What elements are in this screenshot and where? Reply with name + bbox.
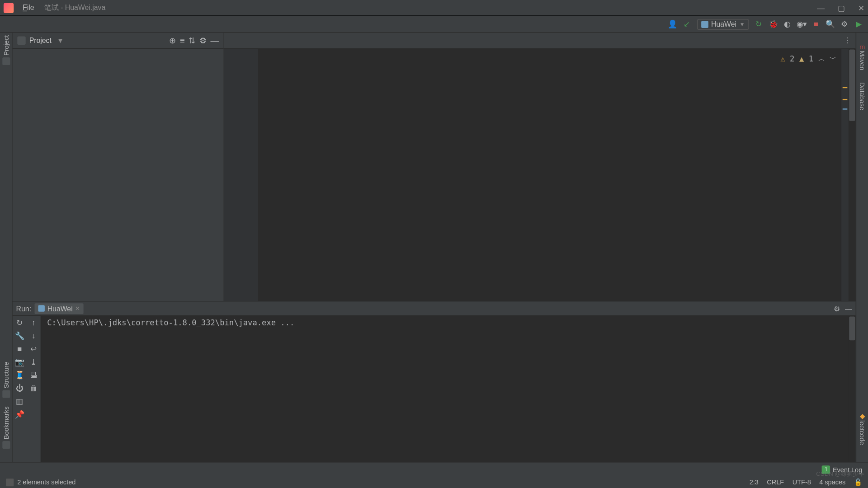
status-bar: 2 elements selected 2:3 CRLF UTF-8 4 spa…: [0, 476, 868, 488]
run-panel: Run: HuaWei ✕ ⚙ — ↻ 🔧 ■: [13, 301, 856, 462]
menu-file[interactable]: File: [19, 2, 38, 13]
project-title: Project: [29, 36, 52, 44]
inspection-summary[interactable]: ⚠2 ▲1 ︿ ﹀: [780, 52, 836, 66]
window-title: 笔试 - HuaWei.java: [44, 3, 105, 13]
bottom-tool-bar: 1 Event Log: [0, 462, 868, 476]
minimize-button[interactable]: —: [817, 3, 825, 12]
prev-highlight-icon[interactable]: ︿: [818, 52, 825, 66]
collapse-all-icon[interactable]: ⇅: [189, 36, 196, 45]
close-icon[interactable]: ✕: [75, 305, 80, 312]
tool-maven[interactable]: mMaven: [859, 43, 866, 70]
toolbar: 👤 ↙ HuaWei ▼ ↻ 🐞 ◐ ◉▾ ■ 🔍 ⚙ ▶: [0, 16, 868, 33]
coverage-icon[interactable]: ◐: [783, 20, 792, 29]
dump-threads-icon[interactable]: 🧵: [15, 371, 24, 380]
chevron-down-icon: ▼: [740, 21, 745, 27]
right-tool-strip: mMaven Database ◆leetcode: [856, 33, 868, 462]
debug-icon[interactable]: 🐞: [769, 20, 778, 29]
editor-tabs: ⋮: [224, 33, 856, 49]
tool-project[interactable]: Project: [2, 35, 10, 65]
gear-icon[interactable]: ⚙: [834, 304, 840, 312]
search-icon[interactable]: 🔍: [826, 20, 835, 29]
editor-tabs-menu[interactable]: ⋮: [839, 33, 856, 48]
add-user-icon[interactable]: 👤: [668, 20, 677, 29]
tool-structure[interactable]: Structure: [2, 362, 10, 398]
caret-position[interactable]: 2:3: [750, 479, 759, 486]
scroll-end-icon[interactable]: ⤓: [29, 357, 38, 366]
status-message: 2 elements selected: [17, 479, 75, 486]
stop-icon[interactable]: ■: [15, 344, 24, 353]
up-icon[interactable]: ↑: [29, 318, 38, 327]
sync-icon[interactable]: ↙: [683, 20, 692, 29]
expand-all-icon[interactable]: ≡: [180, 36, 185, 45]
line-sep[interactable]: CRLF: [767, 479, 784, 486]
weak-warning-icon: ▲: [799, 52, 804, 66]
project-view-icon: [17, 36, 25, 44]
settings-icon[interactable]: ⚙: [840, 20, 849, 29]
csdn-watermark: CSDN @雄狮少年: [816, 469, 864, 478]
down-icon[interactable]: ↓: [29, 331, 38, 340]
hide-icon[interactable]: —: [845, 304, 852, 312]
print-icon[interactable]: 🖶: [29, 371, 38, 380]
layout-icon[interactable]: ▥: [15, 397, 24, 406]
clear-icon[interactable]: 🗑: [29, 384, 38, 393]
file-encoding[interactable]: UTF-8: [793, 479, 811, 486]
project-tree[interactable]: [13, 49, 224, 301]
camera-icon[interactable]: 📷: [15, 357, 24, 366]
run-tab-icon: [38, 305, 45, 312]
run-config-icon: [701, 21, 708, 28]
run-icon[interactable]: ↻: [755, 20, 764, 29]
next-highlight-icon[interactable]: ﹀: [830, 52, 836, 66]
gear-icon[interactable]: ⚙: [199, 36, 207, 45]
warning-icon: ⚠: [780, 52, 785, 66]
chevron-down-icon[interactable]: ▼: [57, 36, 64, 44]
project-panel: Project ▼ ⊕ ≡ ⇅ ⚙ —: [13, 33, 224, 301]
run-gutter: ↻ 🔧 ■ 📷 🧵 ⏻ ▥ 📌 ↑ ↓ ↩: [13, 316, 41, 462]
status-icon[interactable]: [6, 478, 14, 486]
hide-icon[interactable]: —: [211, 36, 219, 45]
locate-file-icon[interactable]: ⊕: [169, 36, 176, 45]
stop-icon[interactable]: ■: [811, 20, 821, 29]
indent-info[interactable]: 4 spaces: [819, 479, 845, 486]
close-button[interactable]: ✕: [858, 3, 865, 12]
editor-code[interactable]: ⚠2 ▲1 ︿ ﹀: [259, 49, 840, 301]
run-panel-title: Run:: [16, 304, 31, 312]
app-icon: [4, 3, 14, 13]
editor-gutter[interactable]: [224, 49, 259, 301]
menubar: File 笔试 - HuaWei.java — ▢ ✕: [0, 0, 868, 16]
run-output[interactable]: C:\Users\HP\.jdks\corretto-1.8.0_332\bin…: [41, 316, 849, 462]
play-icon[interactable]: ▶: [854, 20, 863, 29]
editor: ⋮ ⚠2 ▲1 ︿ ﹀: [224, 33, 856, 301]
wrench-icon[interactable]: 🔧: [15, 331, 24, 340]
error-stripe[interactable]: [841, 49, 849, 301]
soft-wrap-icon[interactable]: ↩: [29, 344, 38, 353]
run-tab[interactable]: HuaWei ✕: [35, 303, 83, 314]
tool-database[interactable]: Database: [859, 82, 866, 110]
run-config-label: HuaWei: [711, 20, 736, 28]
left-tool-strip: Project Structure Bookmarks: [0, 33, 13, 462]
run-scrollbar[interactable]: [849, 316, 856, 462]
run-config-selector[interactable]: HuaWei ▼: [697, 19, 749, 30]
maximize-button[interactable]: ▢: [838, 3, 845, 12]
profiler-icon[interactable]: ◉▾: [797, 20, 807, 29]
pin-icon[interactable]: 📌: [15, 410, 24, 419]
readonly-icon[interactable]: 🔓: [854, 478, 862, 486]
tool-leetcode[interactable]: ◆leetcode: [859, 413, 866, 445]
rerun-icon[interactable]: ↻: [15, 318, 24, 327]
editor-scrollbar[interactable]: [849, 49, 856, 301]
tool-bookmarks[interactable]: Bookmarks: [2, 407, 10, 449]
exit-icon[interactable]: ⏻: [15, 384, 24, 393]
